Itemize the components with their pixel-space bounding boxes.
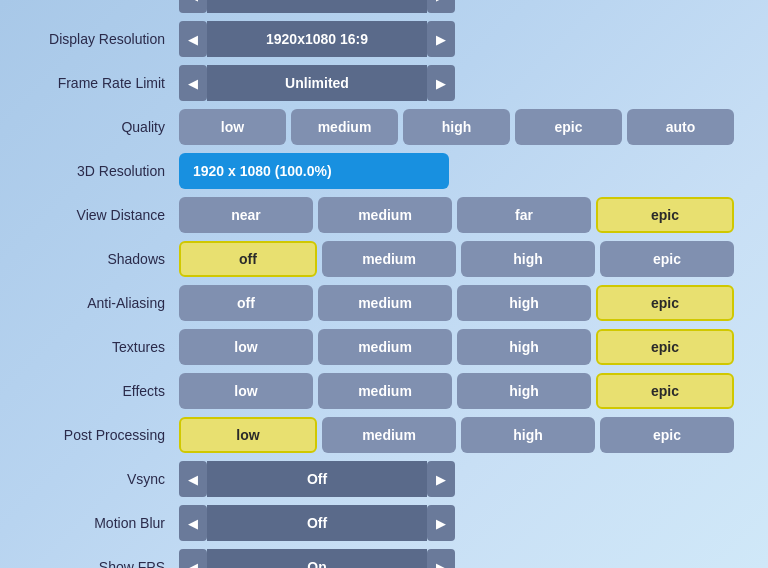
textures-medium[interactable]: medium [318,329,452,365]
show-fps-value: On [207,549,427,568]
display-resolution-row: Display Resolution ◀ 1920x1080 16:9 ▶ [34,20,734,58]
show-fps-label: Show FPS [34,559,179,568]
anti-aliasing-options: off medium high epic [179,285,734,321]
frame-rate-value: Unlimited [207,65,427,101]
textures-label: Textures [34,339,179,355]
view-distance-near[interactable]: near [179,197,313,233]
quality-row: Quality low medium high epic auto [34,108,734,146]
view-distance-options: near medium far epic [179,197,734,233]
window-mode-label: Window Mode [34,0,179,3]
post-processing-options: low medium high epic [179,417,734,453]
effects-low[interactable]: low [179,373,313,409]
shadows-high[interactable]: high [461,241,595,277]
vsync-label: Vsync [34,471,179,487]
motion-blur-left-arrow[interactable]: ◀ [179,505,207,541]
motion-blur-control: ◀ Off ▶ [179,505,455,541]
shadows-row: Shadows off medium high epic [34,240,734,278]
motion-blur-row: Motion Blur ◀ Off ▶ [34,504,734,542]
vsync-control: ◀ Off ▶ [179,461,455,497]
vsync-value: Off [207,461,427,497]
view-distance-label: View Distance [34,207,179,223]
frame-rate-control: ◀ Unlimited ▶ [179,65,455,101]
anti-aliasing-off[interactable]: off [179,285,313,321]
textures-high[interactable]: high [457,329,591,365]
effects-high[interactable]: high [457,373,591,409]
frame-rate-left-arrow[interactable]: ◀ [179,65,207,101]
textures-low[interactable]: low [179,329,313,365]
shadows-label: Shadows [34,251,179,267]
anti-aliasing-label: Anti-Aliasing [34,295,179,311]
display-resolution-right-arrow[interactable]: ▶ [427,21,455,57]
post-processing-row: Post Processing low medium high epic [34,416,734,454]
window-mode-value: Fullscreen [207,0,427,13]
display-resolution-value: 1920x1080 16:9 [207,21,427,57]
show-fps-control: ◀ On ▶ [179,549,455,568]
frame-rate-row: Frame Rate Limit ◀ Unlimited ▶ [34,64,734,102]
effects-label: Effects [34,383,179,399]
view-distance-epic[interactable]: epic [596,197,734,233]
motion-blur-right-arrow[interactable]: ▶ [427,505,455,541]
vsync-right-arrow[interactable]: ▶ [427,461,455,497]
anti-aliasing-medium[interactable]: medium [318,285,452,321]
vsync-left-arrow[interactable]: ◀ [179,461,207,497]
textures-epic[interactable]: epic [596,329,734,365]
resolution-3d-value: 1920 x 1080 (100.0%) [179,153,449,189]
window-mode-row: Window Mode ◀ Fullscreen ▶ [34,0,734,14]
view-distance-medium[interactable]: medium [318,197,452,233]
resolution-3d-label: 3D Resolution [34,163,179,179]
show-fps-right-arrow[interactable]: ▶ [427,549,455,568]
quality-low[interactable]: low [179,109,286,145]
post-processing-high[interactable]: high [461,417,595,453]
post-processing-epic[interactable]: epic [600,417,734,453]
quality-auto[interactable]: auto [627,109,734,145]
frame-rate-label: Frame Rate Limit [34,75,179,91]
shadows-off[interactable]: off [179,241,317,277]
quality-epic[interactable]: epic [515,109,622,145]
show-fps-left-arrow[interactable]: ◀ [179,549,207,568]
display-resolution-label: Display Resolution [34,31,179,47]
quality-label: Quality [34,119,179,135]
shadows-epic[interactable]: epic [600,241,734,277]
quality-options: low medium high epic auto [179,109,734,145]
anti-aliasing-high[interactable]: high [457,285,591,321]
anti-aliasing-row: Anti-Aliasing off medium high epic [34,284,734,322]
motion-blur-value: Off [207,505,427,541]
motion-blur-label: Motion Blur [34,515,179,531]
view-distance-far[interactable]: far [457,197,591,233]
show-fps-row: Show FPS ◀ On ▶ [34,548,734,568]
display-resolution-left-arrow[interactable]: ◀ [179,21,207,57]
resolution-3d-row: 3D Resolution 1920 x 1080 (100.0%) [34,152,734,190]
window-mode-control: ◀ Fullscreen ▶ [179,0,455,13]
window-mode-right-arrow[interactable]: ▶ [427,0,455,13]
post-processing-low[interactable]: low [179,417,317,453]
textures-options: low medium high epic [179,329,734,365]
effects-row: Effects low medium high epic [34,372,734,410]
effects-medium[interactable]: medium [318,373,452,409]
effects-epic[interactable]: epic [596,373,734,409]
quality-high[interactable]: high [403,109,510,145]
settings-panel: Window Mode ◀ Fullscreen ▶ Display Resol… [14,0,754,568]
shadows-options: off medium high epic [179,241,734,277]
post-processing-medium[interactable]: medium [322,417,456,453]
frame-rate-right-arrow[interactable]: ▶ [427,65,455,101]
post-processing-label: Post Processing [34,427,179,443]
window-mode-left-arrow[interactable]: ◀ [179,0,207,13]
anti-aliasing-epic[interactable]: epic [596,285,734,321]
quality-medium[interactable]: medium [291,109,398,145]
shadows-medium[interactable]: medium [322,241,456,277]
view-distance-row: View Distance near medium far epic [34,196,734,234]
vsync-row: Vsync ◀ Off ▶ [34,460,734,498]
textures-row: Textures low medium high epic [34,328,734,366]
display-resolution-control: ◀ 1920x1080 16:9 ▶ [179,21,455,57]
effects-options: low medium high epic [179,373,734,409]
